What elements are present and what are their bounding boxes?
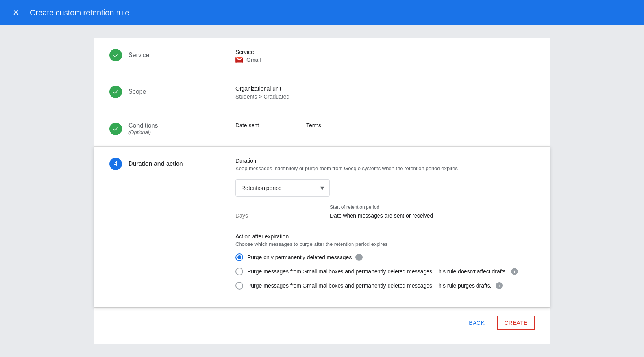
conditions-date-sent: Date sent xyxy=(235,122,259,128)
step-duration-number: 4 xyxy=(109,158,122,170)
radio-label-3: Purge messages from Gmail mailboxes and … xyxy=(247,283,492,289)
start-retention-label: Start of retention period xyxy=(330,205,535,210)
step-service-label: Service xyxy=(128,52,149,59)
step-service-content-title: Service xyxy=(235,49,535,55)
create-button[interactable]: CREATE xyxy=(497,316,535,330)
info-icon-1[interactable]: i xyxy=(355,254,363,261)
dialog-footer: BACK CREATE xyxy=(94,307,550,338)
days-input-row: Start of retention period Date when mess… xyxy=(235,205,535,222)
step-duration: 4 Duration and action Duration Keep mess… xyxy=(94,147,550,307)
step-conditions-optional: (Optional) xyxy=(128,129,158,135)
radio-label-1: Purge only permanently deleted messages xyxy=(247,254,352,260)
duration-section: Duration Keep messages indefinitely or p… xyxy=(235,158,535,290)
radio-label-2: Purge messages from Gmail mailboxes and … xyxy=(247,268,507,275)
start-retention-value: Date when messages are sent or received xyxy=(330,212,535,222)
radio-btn-3[interactable] xyxy=(235,282,243,290)
step-scope-icon-area: Scope xyxy=(109,86,220,98)
checkmark-icon xyxy=(112,125,119,132)
conditions-terms: Terms xyxy=(306,122,321,128)
step-service-check xyxy=(109,49,122,61)
step-conditions-content: Date sent Terms xyxy=(220,122,535,130)
radio-option-3[interactable]: Purge messages from Gmail mailboxes and … xyxy=(235,282,535,290)
radio-option-2[interactable]: Purge messages from Gmail mailboxes and … xyxy=(235,268,535,275)
step-duration-content: Duration Keep messages indefinitely or p… xyxy=(220,158,535,296)
days-input[interactable] xyxy=(235,209,314,222)
info-icon-2[interactable]: i xyxy=(511,268,518,275)
step-conditions: Conditions (Optional) Date sent Terms xyxy=(94,111,550,147)
step-scope-content: Organizational unit Students > Graduated xyxy=(220,86,535,100)
dialog-title: Create custom retention rule xyxy=(30,8,129,17)
step-conditions-check xyxy=(109,123,122,135)
retention-period-dropdown[interactable]: Retention period ▾ xyxy=(235,179,330,197)
back-button[interactable]: BACK xyxy=(463,316,491,330)
conditions-detail: Date sent Terms xyxy=(235,122,535,130)
duration-title: Duration xyxy=(235,158,535,164)
step-conditions-icon-area: Conditions (Optional) xyxy=(109,122,220,135)
radio-option-1[interactable]: Purge only permanently deleted messages … xyxy=(235,253,535,261)
radio-btn-2[interactable] xyxy=(235,268,243,275)
step-service-content: Service Gmail xyxy=(220,49,535,63)
action-section: Action after expiration Choose which mes… xyxy=(235,233,535,290)
action-desc: Choose which messages to purge after the… xyxy=(235,241,535,247)
step-scope-label: Scope xyxy=(128,88,146,95)
dialog-container: Service Service Gmail xyxy=(94,38,550,344)
step-duration-label: Duration and action xyxy=(128,160,183,167)
info-icon-3[interactable]: i xyxy=(496,282,503,289)
close-button[interactable]: ✕ xyxy=(9,6,22,19)
step-scope-content-title: Organizational unit xyxy=(235,86,535,92)
start-retention-area: Start of retention period Date when mess… xyxy=(330,205,535,222)
checkmark-icon xyxy=(112,52,119,59)
days-field xyxy=(235,209,314,222)
step-scope-content-value: Students > Graduated xyxy=(235,93,535,100)
step-scope: Scope Organizational unit Students > Gra… xyxy=(94,74,550,111)
step-conditions-label: Conditions xyxy=(128,122,158,129)
dropdown-arrow-icon: ▾ xyxy=(320,184,324,192)
step-conditions-labels: Conditions (Optional) xyxy=(128,122,158,135)
duration-desc: Keep messages indefinitely or purge them… xyxy=(235,165,535,171)
dialog-header: ✕ Create custom retention rule xyxy=(0,0,644,25)
step-duration-icon-area: 4 Duration and action xyxy=(109,158,220,170)
step-scope-check xyxy=(109,86,122,98)
checkmark-icon xyxy=(112,88,119,95)
gmail-icon xyxy=(235,57,243,63)
action-title: Action after expiration xyxy=(235,233,535,240)
step-service-icon-area: Service xyxy=(109,49,220,61)
retention-period-text: Retention period xyxy=(241,185,320,191)
step-service: Service Service Gmail xyxy=(94,38,550,74)
step-service-content-value: Gmail xyxy=(235,57,535,63)
radio-btn-1[interactable] xyxy=(235,253,243,261)
close-icon: ✕ xyxy=(13,8,19,17)
main-content: Service Service Gmail xyxy=(0,25,644,357)
